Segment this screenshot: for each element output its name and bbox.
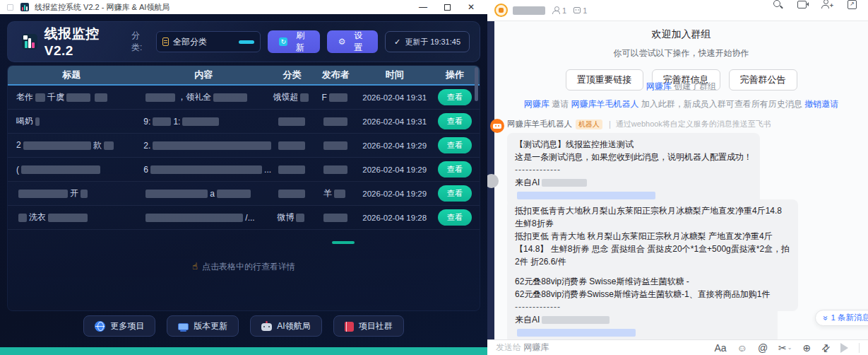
link[interactable]: 网赚库 (646, 81, 672, 91)
emoji-icon[interactable]: ☺ (737, 342, 747, 354)
text-fragment: ，领礼全 (177, 92, 211, 102)
welcome-subtitle: 你可以尝试以下操作，快速开始协作 (494, 47, 868, 59)
table-row[interactable]: 喝奶9:1:2026-02-04 19:31查看 (8, 110, 480, 134)
bot-icon (573, 7, 581, 13)
search-icon[interactable] (772, 0, 784, 10)
plus-icon[interactable]: ⊕ (803, 342, 811, 354)
column-header[interactable]: 发布者 (312, 69, 359, 81)
text-fragment: 1: (173, 117, 180, 127)
refresh-button[interactable]: ↻ 刷新 (268, 30, 319, 53)
minimize-button[interactable]: — (419, 3, 427, 11)
link[interactable]: 网赚库羊毛机器人 (571, 99, 639, 109)
column-header[interactable]: 操作 (430, 69, 480, 81)
video-call-icon[interactable] (797, 0, 809, 10)
cell-publisher (312, 117, 359, 127)
footer-button-项目社群[interactable]: 项目社群 (333, 315, 404, 337)
cell-category (272, 189, 312, 199)
cell-publisher (312, 141, 359, 151)
text-fragment: ... (264, 165, 271, 175)
footer-button-版本更新[interactable]: 版本更新 (167, 315, 239, 337)
book-icon (345, 322, 354, 332)
mention-icon[interactable]: @ (758, 342, 768, 354)
scissors-icon[interactable]: ✂⌄ (778, 342, 792, 354)
group-avatar[interactable] (494, 4, 508, 17)
message-line: 62元叠88vip消费券Swisse斯维诗益生菌软糖-1、直接将商品加购1件 (515, 288, 770, 301)
chat-titlebar: 1 1 + (487, 0, 868, 21)
table-row[interactable]: 2款2.2026-02-04 19:29查看 (8, 134, 480, 158)
message-bubble: 【测试消息】线报监控推送测试这是一条测试消息，如果您收到此消息，说明机器人配置成… (507, 133, 760, 206)
footer-button-AI领航局[interactable]: AI领航局 (250, 315, 321, 337)
cell-title: 喝奶 (8, 115, 135, 127)
redacted-text (278, 190, 305, 198)
redacted-avatar (487, 174, 499, 188)
group-name-redacted (513, 6, 545, 15)
table-row[interactable]: (6...2026-02-04 19:29查看 (8, 158, 480, 182)
redacted-text (542, 316, 610, 324)
column-header[interactable]: 时间 (359, 69, 430, 81)
column-header[interactable]: 分类 (272, 69, 312, 81)
text-fragment: ( (16, 165, 19, 175)
robot-icon (261, 323, 272, 331)
cell-content: ，领礼全 (135, 91, 272, 103)
view-button[interactable]: 查看 (438, 185, 472, 202)
add-member-icon[interactable]: + (821, 0, 833, 10)
app-logo-icon (22, 34, 37, 50)
text-fragment: 62元叠88vip消费券Swisse斯维诗益生菌软糖-1、直接将商品加购1件 (515, 289, 770, 299)
table-header-row: 标题内容分类发布者时间操作 (8, 66, 480, 86)
send-icon[interactable] (840, 343, 848, 353)
column-header[interactable]: 标题 (8, 69, 135, 81)
bot-count[interactable]: 1 (573, 6, 587, 15)
text-fragment: 千虞 (47, 92, 64, 102)
footer-button-label: AI领航局 (277, 320, 310, 332)
column-header[interactable]: 内容 (135, 69, 272, 81)
new-message-pill[interactable]: « 1 条新消息 (815, 310, 868, 326)
cell-action: 查看 (430, 89, 480, 105)
expand-icon[interactable]: ⇄ (821, 342, 830, 354)
message-input[interactable]: 发送给 网赚库 (496, 342, 549, 354)
view-button[interactable]: 查看 (438, 209, 472, 226)
open-window-icon[interactable] (846, 0, 858, 10)
link[interactable]: 撤销邀请 (804, 99, 838, 109)
redacted-text (278, 165, 305, 174)
redacted-text (323, 165, 347, 174)
footer-button-更多项目[interactable]: 更多项目 (83, 315, 155, 337)
view-button[interactable]: 查看 (438, 113, 472, 129)
sender-name: 网赚库羊毛机器人 (507, 120, 572, 128)
toolbar-separator (859, 343, 860, 353)
message-line: 来自AI (515, 176, 752, 189)
view-button[interactable]: 查看 (438, 89, 472, 105)
redacted-text (182, 117, 219, 126)
system-message: 网赚库 邀请 网赚库羊毛机器人 加入此群，新成员入群可查看所有历史消息 撤销邀请 (494, 98, 868, 110)
font-icon[interactable]: Aa (714, 342, 726, 354)
view-button[interactable]: 查看 (438, 137, 472, 153)
view-button[interactable]: 查看 (438, 161, 472, 178)
redacted-text (18, 214, 27, 222)
message-line: 抵扣更低 青青大地 秋月梨山东莱阳正宗秋月冰糖梨 产地直发净重4斤【14.8】 … (515, 230, 790, 268)
redacted-text (104, 141, 114, 150)
link[interactable]: 网赚库 (524, 99, 549, 109)
select-indicator-icon (239, 40, 254, 44)
last-updated-chip: ✓ 更新于 19:31:45 (385, 31, 470, 52)
table-row[interactable]: 开a羊2026-02-04 19:29查看 (8, 182, 480, 206)
table-row[interactable]: 洗衣/...微博2026-02-04 19:28查看 (8, 206, 480, 230)
table-row[interactable]: 老作千虞，领礼全饿馍超F2026-02-04 19:31查看 (8, 86, 480, 110)
cell-publisher (312, 165, 359, 175)
cell-time: 2026-02-04 19:29 (359, 141, 430, 150)
cell-content: a (135, 189, 272, 199)
member-count[interactable]: 1 (552, 6, 566, 15)
maximize-button[interactable] (444, 4, 451, 11)
text-fragment: a (210, 189, 215, 199)
cell-category (272, 165, 312, 175)
redacted-text (18, 190, 68, 198)
table-scrollbar[interactable] (475, 67, 478, 101)
category-select-value: 全部分类 (173, 36, 207, 48)
redacted-text (150, 165, 262, 174)
category-select[interactable]: 全部分类 (156, 31, 261, 52)
redacted-text (542, 179, 587, 187)
text-fragment: 款 (93, 140, 102, 150)
robot-avatar[interactable] (490, 119, 504, 133)
settings-button[interactable]: ⚙ 设置 (327, 30, 378, 53)
footer-button-label: 项目社群 (359, 320, 393, 332)
close-button[interactable]: ✕ (468, 3, 475, 11)
status-strip (0, 347, 487, 355)
